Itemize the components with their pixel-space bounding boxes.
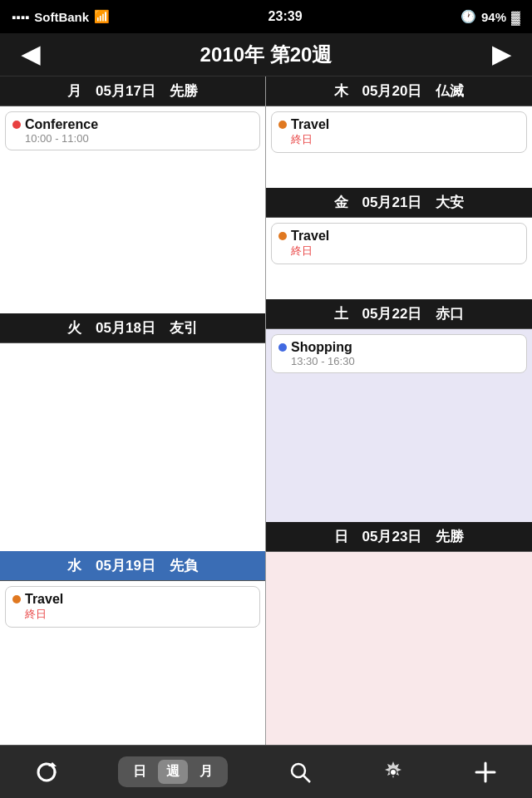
- travel-wed-event[interactable]: Travel 終日: [5, 586, 260, 628]
- status-right: 🕐 94% ▓: [461, 9, 520, 24]
- sunday-section: 日 05月23日 先勝: [266, 522, 532, 745]
- svg-point-1: [292, 764, 305, 777]
- saturday-section: 土 05月22日 赤口 Shopping 13:30 - 16:30: [266, 299, 532, 522]
- travel-thu-title-row: Travel: [278, 117, 520, 132]
- conference-event[interactable]: Conference 10:00 - 11:00: [5, 111, 260, 150]
- next-week-button[interactable]: ▶: [484, 41, 519, 68]
- wifi-icon: 📶: [94, 9, 110, 24]
- prev-week-button[interactable]: ◀: [13, 41, 48, 68]
- shopping-title-row: Shopping: [278, 340, 520, 355]
- monday-header: 月 05月17日 先勝: [0, 76, 265, 106]
- svg-line-2: [303, 776, 310, 782]
- sunday-content[interactable]: [266, 552, 532, 745]
- monday-content[interactable]: Conference 10:00 - 11:00: [0, 106, 265, 313]
- svg-point-5: [391, 770, 396, 775]
- settings-button[interactable]: [372, 755, 414, 790]
- thursday-header: 木 05月20日 仏滅: [266, 76, 532, 106]
- travel-fri-title-row: Travel: [278, 229, 520, 244]
- search-button[interactable]: [279, 755, 321, 790]
- time-label: 23:39: [268, 9, 303, 24]
- shopping-time: 13:30 - 16:30: [291, 355, 520, 367]
- calendar-grid: 月 05月17日 先勝 Conference 10:00 - 11:00 火 0…: [0, 76, 532, 745]
- wednesday-header: 水 05月19日 先負: [0, 551, 265, 581]
- shopping-title: Shopping: [291, 340, 352, 355]
- right-column: 木 05月20日 仏滅 Travel 終日 金 05月21日 大安: [266, 76, 532, 745]
- tuesday-content[interactable]: [0, 343, 265, 550]
- travel-wed-title: Travel: [25, 592, 63, 607]
- signal-icon: ▪▪▪▪: [12, 10, 29, 24]
- travel-wed-allday: 終日: [25, 607, 253, 622]
- add-event-button[interactable]: [465, 755, 506, 790]
- travel-thu-event[interactable]: Travel 終日: [271, 111, 527, 153]
- wednesday-content[interactable]: Travel 終日: [0, 581, 265, 745]
- tuesday-header: 火 05月18日 友引: [0, 313, 265, 343]
- left-column: 月 05月17日 先勝 Conference 10:00 - 11:00 火 0…: [0, 76, 266, 745]
- travel-fri-event[interactable]: Travel 終日: [271, 223, 527, 264]
- travel-fri-allday: 終日: [291, 244, 520, 259]
- calendar-header: ◀ 2010年 第20週 ▶: [0, 33, 532, 76]
- monday-section: 月 05月17日 先勝 Conference 10:00 - 11:00: [0, 76, 265, 313]
- thursday-content[interactable]: Travel 終日: [266, 106, 532, 188]
- conference-title-row: Conference: [12, 117, 253, 132]
- sunday-header: 日 05月23日 先勝: [266, 522, 532, 552]
- travel-thu-allday: 終日: [291, 132, 520, 147]
- friday-content[interactable]: Travel 終日: [266, 218, 532, 299]
- refresh-button[interactable]: [26, 755, 67, 790]
- shopping-dot: [278, 343, 287, 352]
- clock-icon: 🕐: [461, 9, 476, 24]
- friday-section: 金 05月21日 大安 Travel 終日: [266, 188, 532, 299]
- week-view-button[interactable]: 週: [158, 760, 188, 784]
- thursday-section: 木 05月20日 仏滅 Travel 終日: [266, 76, 532, 188]
- travel-fri-dot: [278, 232, 287, 240]
- shopping-event[interactable]: Shopping 13:30 - 16:30: [271, 334, 527, 373]
- friday-header: 金 05月21日 大安: [266, 188, 532, 218]
- travel-wed-dot: [12, 595, 21, 603]
- week-title: 2010年 第20週: [200, 42, 332, 68]
- battery-icon: ▓: [511, 10, 520, 24]
- status-left: ▪▪▪▪ SoftBank 📶: [12, 9, 110, 24]
- day-view-button[interactable]: 日: [125, 760, 155, 784]
- carrier-label: SoftBank: [34, 10, 89, 24]
- view-switcher: 日 週 月: [118, 756, 228, 787]
- month-view-button[interactable]: 月: [191, 760, 221, 784]
- battery-label: 94%: [481, 10, 506, 24]
- travel-fri-title: Travel: [291, 229, 329, 244]
- travel-wed-title-row: Travel: [12, 592, 253, 607]
- travel-thu-title: Travel: [291, 117, 329, 132]
- tuesday-section: 火 05月18日 友引: [0, 313, 265, 550]
- travel-thu-dot: [278, 121, 287, 129]
- wednesday-section: 水 05月19日 先負 Travel 終日: [0, 551, 265, 745]
- saturday-content[interactable]: Shopping 13:30 - 16:30: [266, 329, 532, 522]
- conference-time: 10:00 - 11:00: [25, 132, 253, 145]
- saturday-header: 土 05月22日 赤口: [266, 299, 532, 329]
- status-bar: ▪▪▪▪ SoftBank 📶 23:39 🕐 94% ▓: [0, 0, 532, 33]
- conference-dot: [12, 121, 21, 129]
- bottom-toolbar: 日 週 月: [0, 745, 532, 798]
- conference-title: Conference: [25, 117, 98, 132]
